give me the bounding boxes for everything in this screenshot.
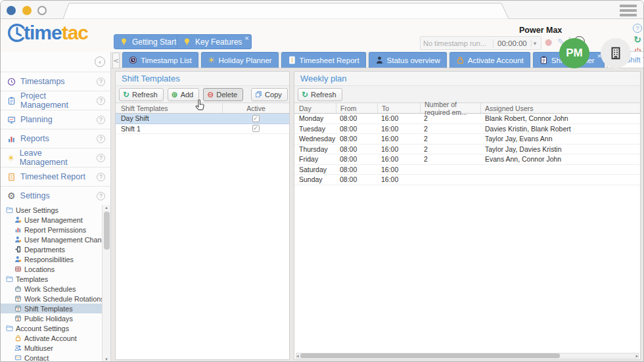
tree-scrollbar[interactable]: ▴ ▾ <box>102 205 110 362</box>
scroll-left-icon[interactable]: ◂ <box>296 353 299 359</box>
table-row-saturday[interactable]: Saturday 08:00 16:00 <box>294 165 640 175</box>
tree-item-work-schedule-rotations[interactable]: Work Schedule Rotations <box>1 294 102 304</box>
tree-item-multiuser[interactable]: Multiuser <box>1 343 102 353</box>
table-row-monday[interactable]: Monday 08:00 16:00 2 Blank Robert, Conno… <box>294 114 640 124</box>
timestamp-control[interactable]: No timestamp run... 00:00:00 ▾ <box>420 36 541 50</box>
timetac-logo: timetac <box>6 22 88 44</box>
tree-item-report-permissions[interactable]: Report Permissions <box>1 225 102 235</box>
help-icon[interactable]: ? <box>97 78 105 86</box>
help-icon[interactable]: ? <box>633 24 642 33</box>
tree-item-work-schedules[interactable]: Work Schedules <box>1 284 102 294</box>
tree-item-account-settings[interactable]: Account Settings <box>1 323 102 333</box>
active-checkbox[interactable]: ✓ <box>252 115 260 122</box>
sidebar-item-reports[interactable]: Reports ? <box>1 129 110 148</box>
scrollbar-thumb[interactable] <box>104 212 110 250</box>
avatar[interactable]: PM <box>559 38 589 68</box>
help-icon[interactable]: ? <box>97 97 105 105</box>
bulb-icon <box>183 37 191 46</box>
active-checkbox[interactable]: ✓ <box>252 125 260 132</box>
scrollbar-thumb[interactable] <box>300 353 560 358</box>
tab-holiday-planner[interactable]: ☀ Holiday Planner <box>201 52 279 68</box>
person-icon <box>375 56 384 64</box>
refresh-icon[interactable]: ↻ <box>633 35 641 44</box>
help-icon[interactable]: ? <box>97 173 105 181</box>
copy-button[interactable]: Copy <box>251 88 288 101</box>
help-icon[interactable]: ? <box>97 116 105 124</box>
organization-button[interactable] <box>601 38 631 68</box>
chart-icon <box>7 135 16 143</box>
shift-name: Day Shift <box>116 114 222 122</box>
column-header-active[interactable]: Active <box>222 103 289 113</box>
tree-item-public-holidays[interactable]: Public Holidays <box>1 313 102 323</box>
scroll-up-icon[interactable]: ▴ <box>105 205 108 210</box>
scroll-right-icon[interactable]: ▸ <box>635 353 638 359</box>
scroll-down-icon[interactable]: ▾ <box>105 357 108 362</box>
timer-value: 00:00:00 <box>493 39 531 47</box>
delete-button[interactable]: ⊖ Delete <box>203 88 243 101</box>
cell-day: Saturday <box>294 166 336 173</box>
tab-label: Holiday Planner <box>218 57 271 64</box>
tree-item-user-management[interactable]: User Management <box>1 215 102 225</box>
help-icon[interactable]: ? <box>97 154 105 162</box>
menu-icon[interactable] <box>620 5 637 18</box>
tree-item-locations[interactable]: Locations <box>1 264 102 274</box>
cell-day: Monday <box>294 114 336 122</box>
folder-icon <box>6 275 13 283</box>
tab-activate-account[interactable]: Activate Account <box>449 52 530 68</box>
tree-item-user-management-changelog[interactable]: User Management Changelog <box>1 235 102 244</box>
sidebar-item-planning[interactable]: Planning ? <box>1 110 110 129</box>
refresh-button[interactable]: ↻ Refresh <box>119 88 164 101</box>
sidebar-item-label: Leave Management <box>20 148 92 167</box>
tree-item-shift-templates[interactable]: Shift Templates <box>1 304 102 313</box>
chevron-down-icon[interactable]: ▾ <box>531 40 539 47</box>
tab-timesheet-report[interactable]: Timesheet Report <box>281 52 366 68</box>
cell-day: Sunday <box>294 175 336 183</box>
tree-item-departments[interactable]: Departments <box>1 244 102 254</box>
tab-status-overview[interactable]: Status overview <box>369 52 447 68</box>
column-header-to[interactable]: To <box>377 103 420 113</box>
column-header-from[interactable]: From <box>336 103 377 113</box>
tree-item-label: Work Schedules <box>24 285 76 293</box>
browser-tab-shape[interactable] <box>1 1 534 19</box>
bulb-icon <box>120 37 128 46</box>
record-icon[interactable]: ● <box>545 37 552 47</box>
help-icon[interactable]: ? <box>97 192 105 200</box>
table-row-shift-1[interactable]: Shift 1 ✓ <box>116 124 289 135</box>
sidebar-item-project-management[interactable]: Project Management ? <box>1 91 110 110</box>
column-header-day[interactable]: Day <box>294 103 336 113</box>
tree-item-label: Responsibilities <box>24 256 74 263</box>
document-icon <box>288 56 296 64</box>
column-header-assigned-users[interactable]: Assigned Users <box>480 103 640 113</box>
cell-day: Thursday <box>294 145 336 153</box>
horizontal-scrollbar[interactable]: ◂ ▸ <box>296 353 639 359</box>
tab-label: Timesheet Report <box>300 57 359 64</box>
tree-item-label: Account Settings <box>16 325 69 332</box>
tree-item-label: User Management Changelog <box>24 236 110 244</box>
sidebar-item-settings[interactable]: ⚙ Settings ? <box>1 186 110 205</box>
tree-item-user-settings[interactable]: User Settings <box>1 205 102 215</box>
clock-icon <box>7 78 16 86</box>
shift-templates-panel: Shift Templates ↻ Refresh ⊕ Add ⊖ Delete <box>115 71 290 360</box>
sidebar-item-leave-management[interactable]: ☀ Leave Management ? <box>1 148 110 167</box>
table-row-sunday[interactable]: Sunday 08:00 16:00 <box>294 175 640 185</box>
tree-item-activate-account[interactable]: Activate Account <box>1 333 102 343</box>
key-features-button[interactable]: Key Features × <box>177 34 252 49</box>
table-row-friday[interactable]: Friday 08:00 16:00 2 Evans Ann, Connor J… <box>294 154 640 165</box>
help-icon[interactable]: ? <box>97 135 105 143</box>
tab-timestamp-list[interactable]: Timestamp List <box>122 52 198 68</box>
tree-item-templates[interactable]: Templates <box>1 274 102 284</box>
column-header-required[interactable]: Number of required em... <box>420 103 480 113</box>
collapse-sidebar-button[interactable]: ‹ <box>95 57 105 67</box>
tree-item-responsibilities[interactable]: Responsibilities <box>1 254 102 264</box>
weekly-plan-table-header[interactable]: Day From To Number of required em... Ass… <box>294 103 640 114</box>
sidebar-item-timesheet-report[interactable]: Timesheet Report ? <box>1 167 110 186</box>
tab-scroll-left-button[interactable]: < <box>112 53 120 68</box>
sidebar-item-timestamps[interactable]: Timestamps ? <box>1 72 110 91</box>
tree-item-contact[interactable]: Contact <box>1 353 102 362</box>
table-row-day-shift[interactable]: Day Shift ✓ <box>116 114 289 124</box>
table-row-tuesday[interactable]: Tuesday 08:00 16:00 2 Davies Kristin, Bl… <box>294 124 640 135</box>
refresh-button[interactable]: ↻ Refresh <box>298 88 342 101</box>
table-row-thursday[interactable]: Thursday 08:00 16:00 2 Taylor Jay, Davie… <box>294 145 640 155</box>
close-icon[interactable]: × <box>244 35 250 41</box>
table-row-wednesday[interactable]: Wednesday 08:00 16:00 2 Taylor Jay, Evan… <box>294 134 640 145</box>
